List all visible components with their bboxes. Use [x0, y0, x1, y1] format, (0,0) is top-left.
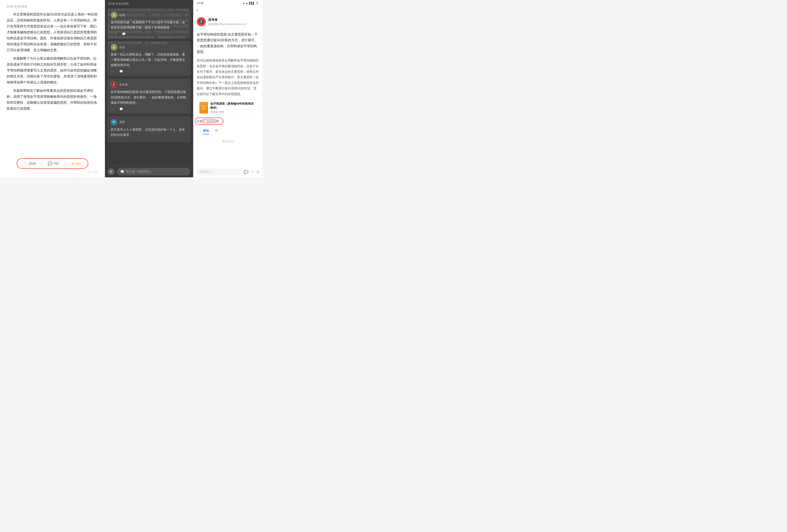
book-paragraph-1: 对文章阐述的思想作出疑问/回答式反应是人类的一种自然反应，没有国籍和民族的区别。…: [7, 12, 98, 53]
comment-header-3: 🏴‍☠️ 思考者: [111, 81, 188, 88]
comment-actions-2: ♡ 💬: [111, 70, 188, 73]
panel2-breadcrumb: 第1篇 表达的逻辑: [105, 0, 193, 7]
wifi-icon: ▲: [246, 2, 248, 4]
author-avatar-emoji: 🏴‍☠️: [199, 19, 204, 24]
comment-header-1: 途 征途: [111, 12, 188, 18]
page-indicator: 17 / 414: [7, 171, 98, 174]
like-count: 1626: [28, 162, 36, 165]
back-button[interactable]: ‹: [197, 8, 198, 13]
book-reader-panel: 第1篇 表达的逻辑 对文章阐述的思想作出疑问/回答式反应是人类的一种自然反应，没…: [0, 0, 105, 177]
author-name: 思考者: [208, 18, 246, 22]
avatar-emoji-3: 🏴‍☠️: [112, 83, 116, 87]
comment-card-1: 途 征途 这句话很关键，给我指明了不光只是学习沟通方面，还有在生活处理琐事方面，…: [107, 9, 191, 39]
breadcrumb-panel1: 第1篇 表达的逻辑: [7, 5, 98, 8]
username-4: 龚毅: [119, 120, 125, 124]
book-info: 金字塔原理（麦肯锡40年经典培训教材） 芭芭拉·明托: [210, 102, 256, 114]
tabs: 评论 赞: [197, 127, 259, 135]
comment-icon: 💬: [48, 161, 52, 166]
reply-action-3[interactable]: 💬: [119, 107, 123, 111]
comment-bar-comment-icon[interactable]: 💬: [244, 170, 249, 174]
book-cover: 金字塔 原理: [199, 102, 208, 113]
publish-date: 发表于 2018/3/31: [197, 119, 219, 124]
book-author: 芭芭拉·明托: [210, 110, 256, 114]
compose-input[interactable]: 💬 写下这一刻的想法...: [117, 168, 190, 175]
panel1-footer: ♡ 1626 💬 767 ✦ 813 17 / 414: [7, 158, 98, 174]
comment-bar-share-icon[interactable]: ⎙: [257, 170, 259, 174]
heart-icon: ♡: [24, 161, 27, 166]
signal-icon: ▌▌▌: [249, 2, 255, 4]
comment-header-4: 毅 龚毅: [111, 119, 188, 126]
like-button[interactable]: ♡ 1626: [24, 161, 36, 166]
comment-text-3: 金字塔结构组织思想:由主要思想开始→下层思想通过疑问/回答的方式，进行展开。→如…: [111, 89, 188, 105]
book-content: 对文章阐述的思想作出疑问/回答式反应是人类的一种自然反应，没有国籍和民族的区别。…: [7, 12, 98, 155]
comment-input[interactable]: 发表评论...: [197, 169, 241, 175]
compose-icon: 💬: [120, 170, 124, 174]
tab-likes[interactable]: 赞: [212, 127, 221, 134]
author-info: 思考者 我的博客:https://sykent.github.io/: [208, 18, 246, 26]
like-action-3[interactable]: ♡: [111, 107, 113, 111]
comment-text-4: 其实基本上人人都需要，尤其是职场的每一个人。基本的职业化素养。: [111, 127, 188, 137]
close-button[interactable]: ✕: [108, 168, 114, 175]
status-bar: 10:48 ● ▲ ▌▌▌ 🔋: [193, 0, 262, 6]
reply-action-1[interactable]: 💬: [122, 32, 126, 36]
reply-icon-3: 💬: [119, 107, 123, 111]
no-comment-text: 暂无评论: [197, 135, 259, 148]
comment-card-4: 毅 龚毅 其实基本上人人都需要，尤其是职场的每一个人。基本的职业化素养。: [107, 116, 191, 142]
share-count: 813: [76, 162, 81, 165]
publish-date-wrapper: 发表于 2018/3/31: [197, 119, 259, 124]
battery-level-icon: 🔋: [256, 1, 259, 4]
status-icons: ● ▲ ▌▌▌ 🔋: [243, 1, 259, 4]
book-card[interactable]: 金字塔 原理 金字塔原理（麦肯锡40年经典培训教材） 芭芭拉·明托: [197, 99, 259, 116]
author-blog: 我的博客:https://sykent.github.io/: [208, 22, 246, 26]
like-action-1[interactable]: ♡ 1: [111, 32, 116, 36]
author-section: 🏴‍☠️ 思考者 我的博客:https://sykent.github.io/: [193, 15, 262, 29]
avatar-3: 🏴‍☠️: [111, 81, 117, 88]
book-title: 金字塔原理（麦肯锡40年经典培训教材）: [210, 102, 256, 110]
comment-actions-1: ♡ 1 💬: [111, 32, 188, 36]
username-2: 征途: [119, 45, 125, 49]
author-avatar: 🏴‍☠️: [197, 17, 206, 26]
comment-card-2: 途 征途 表述一些让大家听进去，理解了，记住的东西很难，看一看是否能够让受众心头…: [107, 41, 191, 76]
share-button[interactable]: ✦ 813: [71, 161, 81, 166]
comment-bar-heart-icon[interactable]: ♡: [251, 170, 254, 174]
comment-card-3: 🏴‍☠️ 思考者 金字塔结构组织思想:由主要思想开始→下层思想通过疑问/回答的方…: [107, 79, 191, 113]
comment-header-2: 途 征途: [111, 44, 188, 50]
heart-icon-3: ♡: [111, 107, 113, 111]
share-icon: ✦: [71, 161, 74, 166]
article-body: 金字塔结构组织思想:由主要思想开始→下层思想通过疑问/回答的方式，进行展开。→如…: [193, 29, 262, 167]
book-paragraph-2: 本篇解释了为什么受众最容易理解和记住金字塔结构，以及组成金字塔的子结构之间如何互…: [7, 56, 98, 86]
reply-icon-1: 💬: [122, 32, 126, 36]
compose-bar: ✕ 💬 写下这一刻的想法...: [105, 165, 193, 177]
username-3: 思考者: [119, 83, 128, 87]
comment-text-1: 这句话很关键，给我指明了不光只是学习沟通方面，还有在生活处理琐事方面，提供了思考…: [111, 20, 188, 30]
username-1: 征途: [119, 13, 125, 17]
heart-icon-1: ♡: [111, 32, 113, 36]
like-count-1: 1: [114, 32, 116, 36]
comment-actions-3: ♡ 💬: [111, 107, 188, 111]
comments-panel: 对文章阐述的思想作出疑问/回答式反应是人类的一种自然反应，没有国籍和民族的区别。…: [105, 0, 193, 177]
comment-bar: 发表评论... 💬 ♡ ⎙: [193, 167, 262, 177]
comment-count: 767: [54, 162, 59, 165]
comment-button[interactable]: 💬 767: [48, 161, 59, 166]
reply-action-2[interactable]: 💬: [119, 70, 123, 73]
avatar-2: 途: [111, 44, 117, 50]
article-body-text: 你可以很容易地使受众理解用金字塔结构组织的思想：先从金字塔的最顶端开始，沿各个分…: [197, 58, 259, 97]
article-detail-panel: 10:48 ● ▲ ▌▌▌ 🔋 ‹ 🏴‍☠️ 思考者 我的博客:https://…: [193, 0, 262, 177]
comment-text-2: 表述一些让大家听进去，理解了，记住的东西很难，看一看是否能够让受众心头一震，引起…: [111, 52, 188, 68]
like-action-2[interactable]: ♡: [111, 70, 113, 73]
compose-placeholder: 写下这一刻的想法...: [126, 170, 153, 174]
comments-list: 途 征途 这句话很关键，给我指明了不光只是学习沟通方面，还有在生活处理琐事方面，…: [105, 7, 193, 173]
article-title: 金字塔结构组织思想:由主要思想开始→下层思想通过疑问/回答的方式，进行展开。→如…: [197, 32, 259, 55]
avatar-1: 途: [111, 12, 117, 18]
time-display: 10:48: [197, 2, 204, 4]
reply-icon-2: 💬: [119, 70, 123, 73]
heart-icon-2: ♡: [111, 70, 113, 73]
avatar-4: 毅: [111, 119, 117, 126]
nav-bar: ‹: [193, 6, 262, 15]
book-paragraph-3: 本篇将帮助你了解如何将要表达的思想组织成金字塔结构，说明了使用金字塔原理能够检查…: [7, 88, 98, 112]
action-bar: ♡ 1626 💬 767 ✦ 813: [17, 158, 88, 169]
battery-icon: ●: [243, 2, 245, 4]
tab-comments[interactable]: 评论: [200, 127, 212, 134]
